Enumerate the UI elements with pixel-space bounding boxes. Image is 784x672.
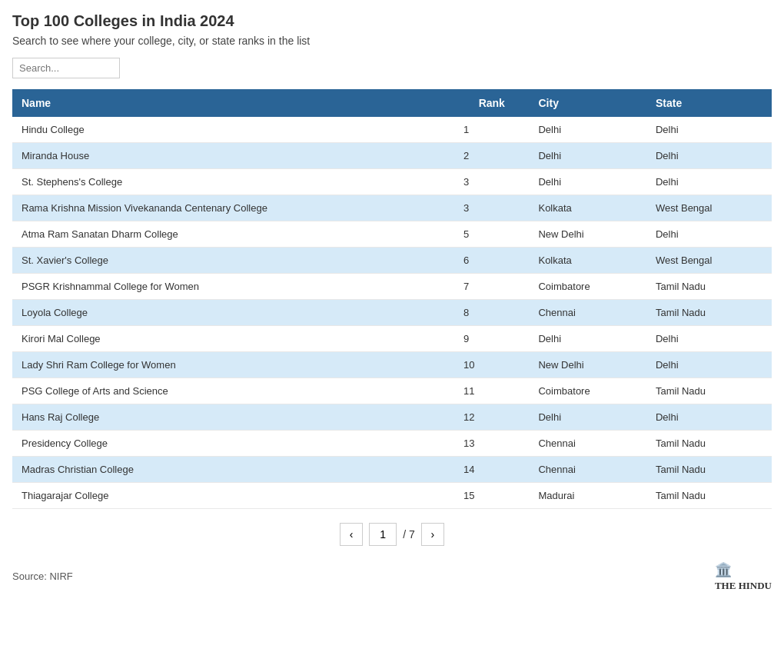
table-row: PSGR Krishnammal College for Women7Coimb… (12, 274, 772, 300)
table-row: Atma Ram Sanatan Dharm College5New Delhi… (12, 221, 772, 248)
pagination: ‹ / 7 › (12, 523, 772, 546)
cell-state: Delhi (646, 221, 772, 248)
col-name: Name (12, 89, 454, 117)
cell-college-name: Atma Ram Sanatan Dharm College (12, 221, 454, 248)
prev-page-button[interactable]: ‹ (340, 523, 363, 546)
cell-rank: 1 (454, 117, 529, 143)
cell-rank: 12 (454, 404, 529, 431)
cell-city: Kolkata (529, 195, 646, 221)
table-row: Kirori Mal College9DelhiDelhi (12, 326, 772, 352)
cell-rank: 11 (454, 378, 529, 404)
table-row: Loyola College8ChennaiTamil Nadu (12, 300, 772, 326)
cell-city: Delhi (529, 326, 646, 352)
colleges-table: Name Rank City State Hindu College1Delhi… (12, 89, 772, 509)
total-pages: / 7 (403, 528, 415, 541)
col-city: City (529, 89, 646, 117)
footer: Source: NIRF 🏛️ THE HINDU (12, 561, 772, 592)
table-body: Hindu College1DelhiDelhiMiranda House2De… (12, 117, 772, 509)
cell-college-name: Thiagarajar College (12, 483, 454, 509)
cell-city: Madurai (529, 483, 646, 509)
cell-college-name: Hans Raj College (12, 404, 454, 431)
cell-college-name: PSG College of Arts and Science (12, 378, 454, 404)
cell-city: Delhi (529, 143, 646, 169)
cell-city: Chennai (529, 300, 646, 326)
table-row: Madras Christian College14ChennaiTamil N… (12, 457, 772, 483)
cell-college-name: Rama Krishna Mission Vivekananda Centena… (12, 195, 454, 221)
cell-rank: 6 (454, 248, 529, 274)
cell-city: Chennai (529, 457, 646, 483)
cell-college-name: Miranda House (12, 143, 454, 169)
next-page-button[interactable]: › (421, 523, 444, 546)
logo-text: THE HINDU (715, 580, 772, 592)
cell-college-name: Madras Christian College (12, 457, 454, 483)
page-number-input[interactable] (369, 523, 397, 546)
cell-rank: 3 (454, 169, 529, 195)
cell-state: West Bengal (646, 248, 772, 274)
cell-rank: 7 (454, 274, 529, 300)
cell-city: Delhi (529, 117, 646, 143)
cell-rank: 13 (454, 431, 529, 457)
col-rank: Rank (454, 89, 529, 117)
cell-city: Chennai (529, 431, 646, 457)
cell-state: Delhi (646, 352, 772, 378)
cell-college-name: PSGR Krishnammal College for Women (12, 274, 454, 300)
cell-state: Tamil Nadu (646, 378, 772, 404)
cell-state: Tamil Nadu (646, 300, 772, 326)
cell-state: Tamil Nadu (646, 457, 772, 483)
the-hindu-logo: 🏛️ THE HINDU (715, 561, 772, 592)
table-row: Hindu College1DelhiDelhi (12, 117, 772, 143)
logo-icon: 🏛️ (715, 561, 772, 578)
table-row: Thiagarajar College15MaduraiTamil Nadu (12, 483, 772, 509)
cell-state: West Bengal (646, 195, 772, 221)
cell-state: Delhi (646, 326, 772, 352)
cell-college-name: St. Xavier's College (12, 248, 454, 274)
table-row: Presidency College13ChennaiTamil Nadu (12, 431, 772, 457)
cell-city: Coimbatore (529, 274, 646, 300)
table-row: PSG College of Arts and Science11Coimbat… (12, 378, 772, 404)
cell-city: Delhi (529, 169, 646, 195)
page-title: Top 100 Colleges in India 2024 (12, 12, 772, 30)
col-state: State (646, 89, 772, 117)
logo-container: 🏛️ THE HINDU (715, 561, 772, 592)
cell-college-name: St. Stephens's College (12, 169, 454, 195)
cell-college-name: Presidency College (12, 431, 454, 457)
table-row: Miranda House2DelhiDelhi (12, 143, 772, 169)
cell-city: Coimbatore (529, 378, 646, 404)
cell-rank: 15 (454, 483, 529, 509)
table-row: Lady Shri Ram College for Women10New Del… (12, 352, 772, 378)
cell-college-name: Loyola College (12, 300, 454, 326)
search-container (12, 58, 772, 78)
search-input[interactable] (12, 58, 120, 78)
cell-state: Tamil Nadu (646, 431, 772, 457)
table-row: St. Xavier's College6KolkataWest Bengal (12, 248, 772, 274)
cell-state: Delhi (646, 143, 772, 169)
cell-city: Kolkata (529, 248, 646, 274)
cell-college-name: Kirori Mal College (12, 326, 454, 352)
cell-rank: 14 (454, 457, 529, 483)
cell-college-name: Hindu College (12, 117, 454, 143)
cell-city: Delhi (529, 404, 646, 431)
cell-state: Delhi (646, 117, 772, 143)
cell-city: New Delhi (529, 221, 646, 248)
source-label: Source: NIRF (12, 571, 73, 582)
cell-state: Tamil Nadu (646, 483, 772, 509)
cell-rank: 2 (454, 143, 529, 169)
cell-rank: 9 (454, 326, 529, 352)
table-row: St. Stephens's College3DelhiDelhi (12, 169, 772, 195)
cell-rank: 8 (454, 300, 529, 326)
cell-rank: 5 (454, 221, 529, 248)
cell-state: Delhi (646, 404, 772, 431)
cell-rank: 3 (454, 195, 529, 221)
cell-state: Delhi (646, 169, 772, 195)
table-row: Hans Raj College12DelhiDelhi (12, 404, 772, 431)
cell-city: New Delhi (529, 352, 646, 378)
cell-rank: 10 (454, 352, 529, 378)
table-header: Name Rank City State (12, 89, 772, 117)
cell-college-name: Lady Shri Ram College for Women (12, 352, 454, 378)
cell-state: Tamil Nadu (646, 274, 772, 300)
table-row: Rama Krishna Mission Vivekananda Centena… (12, 195, 772, 221)
page-subtitle: Search to see where your college, city, … (12, 35, 772, 47)
